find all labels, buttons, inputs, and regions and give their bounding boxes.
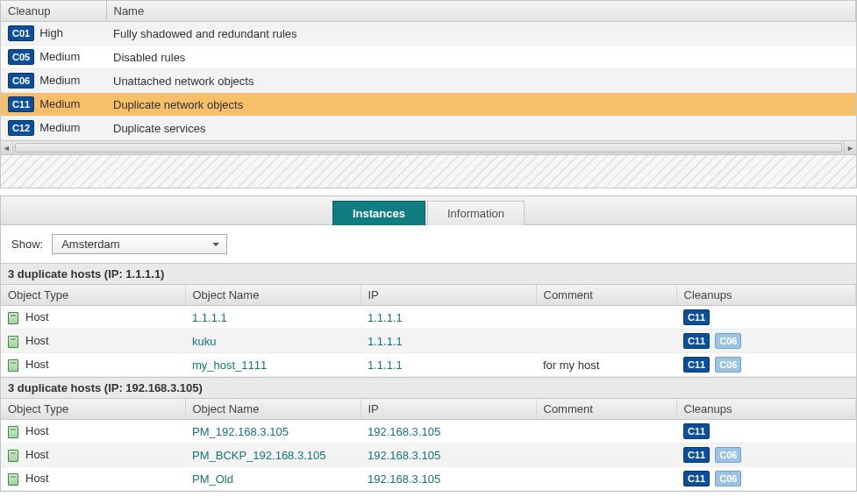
cleanup-code-badge[interactable]: C11 — [683, 309, 710, 325]
object-cleanups: C11 — [676, 306, 856, 330]
instances-header-cleanups[interactable]: Cleanups — [676, 399, 856, 420]
cleanup-header-cleanup[interactable]: Cleanup — [1, 1, 106, 22]
object-ip: 1.1.1.1 — [361, 353, 536, 377]
table-row[interactable]: HostPM_192.168.3.105192.168.3.105C11 — [1, 420, 856, 444]
instances-table: Object TypeObject NameIPCommentCleanupsH… — [1, 399, 856, 491]
instances-header-ip[interactable]: IP — [361, 399, 536, 420]
cleanup-code-badge: C11 — [8, 96, 34, 112]
cleanup-row[interactable]: C11MediumDuplicate network objects — [1, 93, 856, 117]
instances-table: Object TypeObject NameIPCommentCleanupsH… — [1, 285, 856, 377]
cleanup-header-name[interactable]: Name — [106, 1, 856, 22]
host-icon — [8, 473, 18, 486]
cleanup-row[interactable]: C01HighFully shadowed and redundant rule… — [1, 22, 856, 46]
object-name: PM_BCKP_192.168.3.105 — [185, 444, 361, 467]
object-comment — [536, 420, 676, 444]
cleanup-code-badge[interactable]: C11 — [683, 357, 710, 373]
table-row[interactable]: Hostmy_host_11111.1.1.1for my hostC11C06 — [1, 353, 856, 377]
cleanup-row[interactable]: C06MediumUnattached network objects — [1, 69, 856, 93]
object-type: Host — [25, 424, 49, 437]
table-row[interactable]: HostPM_BCKP_192.168.3.105192.168.3.105C1… — [1, 444, 856, 467]
object-cleanups: C11 — [676, 420, 856, 444]
instances-header-comment[interactable]: Comment — [536, 285, 676, 306]
cleanup-code-badge: C05 — [8, 49, 34, 65]
table-row[interactable]: Hostkuku1.1.1.1C11C06 — [1, 330, 856, 353]
object-comment — [536, 467, 676, 491]
object-comment — [536, 306, 676, 330]
host-icon — [8, 450, 18, 462]
cleanup-severity: Medium — [39, 74, 80, 87]
cleanup-code-badge[interactable]: C11 — [683, 471, 710, 486]
instances-header-comment[interactable]: Comment — [536, 399, 676, 420]
cleanup-code-badge: C12 — [8, 120, 34, 136]
cleanup-name: Duplicate network objects — [106, 93, 856, 117]
object-name: PM_Old — [185, 467, 361, 491]
cleanup-table: Cleanup Name C01HighFully shadowed and r… — [1, 1, 856, 140]
object-ip: 192.168.3.105 — [361, 467, 536, 491]
instances-header-cleanups[interactable]: Cleanups — [676, 285, 856, 306]
instances-header-object-name[interactable]: Object Name — [185, 399, 361, 420]
object-name: 1.1.1.1 — [185, 306, 361, 330]
object-cleanups: C11C06 — [676, 330, 856, 353]
cleanup-severity: Medium — [39, 97, 80, 110]
object-cleanups: C11C06 — [676, 353, 856, 377]
filter-row: Show: Amsterdam — [1, 225, 856, 263]
cleanup-name: Duplicate services — [106, 117, 856, 140]
host-icon — [8, 359, 18, 372]
cleanup-code-badge[interactable]: C11 — [683, 423, 710, 439]
tab-information[interactable]: Information — [427, 201, 525, 225]
group-header[interactable]: 3 duplicate hosts (IP: 192.168.3.105) — [1, 377, 856, 399]
cleanup-name: Disabled rules — [106, 46, 856, 69]
object-comment — [536, 444, 676, 467]
cleanup-code-badge[interactable]: C06 — [715, 471, 741, 486]
instances-header-ip[interactable]: IP — [361, 285, 536, 306]
table-row[interactable]: HostPM_Old192.168.3.105C11C06 — [1, 467, 856, 491]
object-name: my_host_1111 — [185, 353, 361, 377]
object-ip: 1.1.1.1 — [361, 306, 536, 330]
cleanup-code-badge[interactable]: C11 — [683, 447, 710, 463]
tab-instances[interactable]: Instances — [332, 201, 425, 225]
instances-header-object-type[interactable]: Object Type — [1, 399, 185, 420]
cleanup-severity: High — [39, 26, 63, 39]
object-ip: 192.168.3.105 — [361, 420, 536, 444]
cleanup-row[interactable]: C12MediumDuplicate services — [1, 117, 856, 140]
horizontal-scrollbar[interactable]: ◄ ► — [1, 140, 856, 154]
cleanup-severity: Medium — [39, 121, 80, 134]
instances-header-object-type[interactable]: Object Type — [1, 285, 185, 306]
cleanup-name: Fully shadowed and redundant rules — [106, 22, 856, 46]
object-cleanups: C11C06 — [676, 467, 856, 491]
cleanup-code-badge[interactable]: C06 — [715, 357, 741, 373]
host-icon — [8, 312, 18, 324]
cleanup-code-badge: C06 — [8, 73, 34, 89]
host-icon — [8, 426, 18, 438]
object-name: kuku — [185, 330, 361, 353]
object-comment: for my host — [536, 353, 676, 377]
filter-label: Show: — [11, 238, 43, 251]
scroll-thumb[interactable] — [15, 143, 842, 153]
cleanup-code-badge[interactable]: C06 — [715, 447, 741, 463]
cleanup-severity: Medium — [39, 50, 80, 63]
cleanup-code-badge[interactable]: C11 — [683, 333, 710, 349]
table-row[interactable]: Host1.1.1.11.1.1.1C11 — [1, 306, 856, 330]
object-name: PM_192.168.3.105 — [185, 420, 361, 444]
object-type: Host — [25, 334, 49, 347]
cleanup-code-badge[interactable]: C06 — [715, 333, 741, 349]
object-ip: 192.168.3.105 — [361, 444, 536, 467]
object-type: Host — [25, 448, 49, 461]
object-type: Host — [25, 310, 49, 323]
cleanup-row[interactable]: C05MediumDisabled rules — [1, 46, 856, 69]
cleanup-code-badge: C01 — [8, 25, 34, 41]
object-type: Host — [25, 472, 49, 485]
show-select[interactable]: Amsterdam — [52, 234, 227, 254]
tabs-bar: Instances Information — [1, 196, 856, 225]
object-type: Host — [25, 358, 49, 371]
instances-panel: Instances Information Show: Amsterdam 3 … — [0, 195, 857, 492]
splitter-area[interactable] — [0, 155, 857, 188]
object-comment — [536, 330, 676, 353]
host-icon — [8, 336, 18, 348]
instances-header-object-name[interactable]: Object Name — [185, 285, 361, 306]
object-ip: 1.1.1.1 — [361, 330, 536, 353]
show-select-value: Amsterdam — [61, 238, 119, 251]
scroll-left-icon[interactable]: ◄ — [1, 141, 13, 154]
group-header[interactable]: 3 duplicate hosts (IP: 1.1.1.1) — [1, 263, 856, 285]
scroll-right-icon[interactable]: ► — [844, 141, 856, 154]
